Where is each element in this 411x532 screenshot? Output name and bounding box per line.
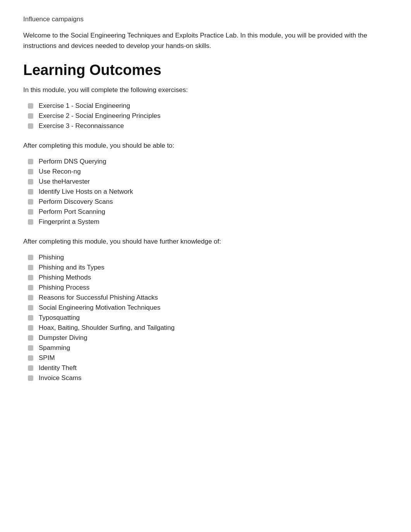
exercise-item-3: Exercise 3 - Reconnaissance [23,121,388,131]
knowledge-item-1: Phishing [23,252,388,263]
skills-intro: After completing this module, you should… [23,142,388,150]
exercises-intro: In this module, you will complete the fo… [23,86,388,94]
knowledge-item-8: Hoax, Baiting, Shoulder Surfing, and Tai… [23,323,388,333]
skill-item-1: Perform DNS Querying [23,157,388,167]
knowledge-list: PhishingPhishing and its TypesPhishing M… [23,252,388,383]
skill-item-2: Use Recon-ng [23,167,388,177]
knowledge-item-2: Phishing and its Types [23,263,388,273]
knowledge-item-13: Invoice Scams [23,373,388,383]
intro-text: Welcome to the Social Engineering Techni… [23,30,388,51]
skill-item-4: Identify Live Hosts on a Network [23,187,388,197]
knowledge-item-7: Typosquatting [23,313,388,323]
knowledge-item-9: Dumpster Diving [23,333,388,343]
exercises-list: Exercise 1 - Social EngineeringExercise … [23,101,388,131]
knowledge-item-10: Spamming [23,343,388,353]
exercise-item-2: Exercise 2 - Social Engineering Principl… [23,111,388,121]
knowledge-item-6: Social Engineering Motivation Techniques [23,303,388,313]
knowledge-item-11: SPIM [23,353,388,363]
exercise-item-1: Exercise 1 - Social Engineering [23,101,388,111]
skills-list: Perform DNS QueryingUse Recon-ngUse theH… [23,157,388,227]
knowledge-item-3: Phishing Methods [23,273,388,283]
skill-item-5: Perform Discovery Scans [23,197,388,207]
subtitle: Influence campaigns [23,15,388,23]
skill-item-6: Perform Port Scanning [23,207,388,217]
knowledge-item-4: Phishing Process [23,283,388,293]
knowledge-item-5: Reasons for Successful Phishing Attacks [23,293,388,303]
skill-item-3: Use theHarvester [23,177,388,187]
knowledge-item-12: Identity Theft [23,363,388,373]
knowledge-intro: After completing this module, you should… [23,238,388,246]
learning-outcomes-heading: Learning Outcomes [23,62,388,78]
skill-item-7: Fingerprint a System [23,217,388,227]
